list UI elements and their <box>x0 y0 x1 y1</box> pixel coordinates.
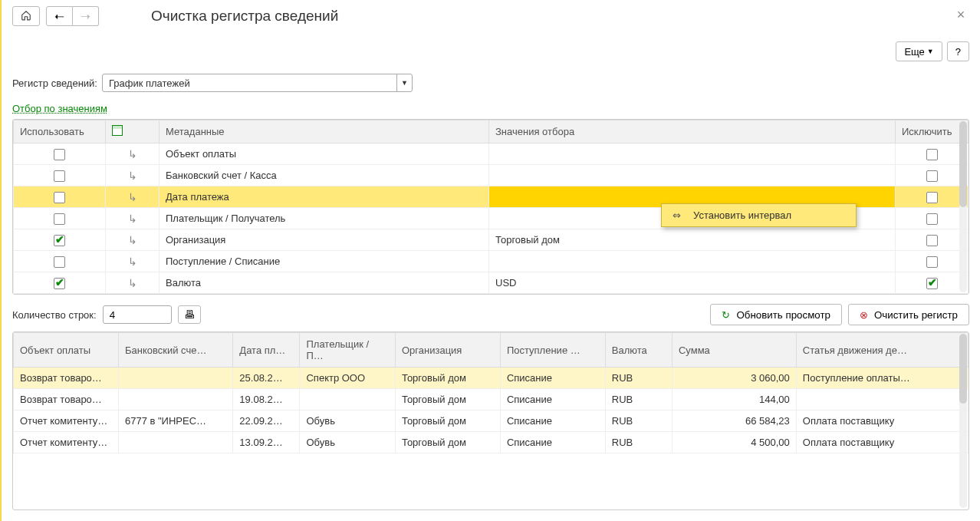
filter-by-values-link[interactable]: Отбор по значениям <box>12 103 969 114</box>
preview-cell: Списание <box>500 389 605 411</box>
preview-cell: 66 584,23 <box>672 411 796 432</box>
preview-cell: Отчет комитенту… <box>14 432 119 453</box>
col-meta[interactable]: Метаданные <box>159 120 489 143</box>
chevron-down-icon[interactable]: ▼ <box>396 74 412 91</box>
more-button[interactable]: Еще ▼ <box>896 41 942 61</box>
exclude-checkbox[interactable] <box>926 256 938 268</box>
tree-icon: ↳ <box>128 277 137 289</box>
preview-cell: Поступление оплаты… <box>796 368 968 389</box>
more-label: Еще <box>904 46 924 58</box>
filter-row[interactable]: ↳ВалютаUSD <box>14 272 968 294</box>
preview-cell: Оплата поставщику <box>796 411 968 432</box>
meta-cell: Валюта <box>159 272 489 294</box>
forward-button[interactable]: 🠒 <box>73 6 99 26</box>
exclude-checkbox[interactable] <box>926 149 938 160</box>
clear-register-button[interactable]: ⊗ Очистить регистр <box>848 304 969 325</box>
exclude-checkbox[interactable] <box>926 213 938 225</box>
print-button[interactable]: 🖶 <box>178 305 201 324</box>
refresh-icon: ↻ <box>722 309 730 321</box>
value-cell[interactable] <box>489 165 896 186</box>
filter-row[interactable]: ↳Поступление / Списание <box>14 251 968 272</box>
exclude-checkbox[interactable] <box>926 278 938 289</box>
use-checkbox[interactable] <box>54 213 65 225</box>
preview-cell: 25.08.2… <box>233 368 300 389</box>
preview-cell: Возврат товаро… <box>14 389 119 411</box>
preview-row[interactable]: Отчет комитенту…13.09.2…ОбувьТорговый до… <box>14 432 968 453</box>
col-use[interactable]: Использовать <box>14 120 106 143</box>
help-button[interactable]: ? <box>947 41 969 61</box>
use-checkbox[interactable] <box>54 149 65 160</box>
preview-col[interactable]: Банковский сче… <box>118 333 232 368</box>
preview-col[interactable]: Плательщик / П… <box>300 333 396 368</box>
table-icon <box>112 125 123 136</box>
filter-scrollbar[interactable] <box>959 121 967 292</box>
preview-cell: Торговый дом <box>395 389 500 411</box>
preview-cell: 144,00 <box>672 389 796 411</box>
page-title: Очистка регистра сведений <box>151 8 969 25</box>
home-button[interactable] <box>12 6 40 26</box>
filter-row[interactable]: ↳Банковский счет / Касса <box>14 165 968 186</box>
col-excl[interactable]: Исключить <box>896 120 968 143</box>
caret-down-icon: ▼ <box>927 48 934 55</box>
preview-col[interactable]: Валюта <box>605 333 672 368</box>
preview-cell: RUB <box>605 368 672 389</box>
preview-col[interactable]: Организация <box>395 333 500 368</box>
preview-col[interactable]: Статья движения де… <box>796 333 968 368</box>
register-label: Регистр сведений: <box>12 77 97 89</box>
tree-icon: ↳ <box>128 234 137 246</box>
preview-scrollbar[interactable] <box>959 334 967 508</box>
preview-row[interactable]: Возврат товаро…25.08.2…Спектр ОООТорговы… <box>14 368 968 389</box>
preview-cell: Списание <box>500 411 605 432</box>
tree-icon: ↳ <box>128 170 137 182</box>
row-count-input[interactable] <box>103 305 172 324</box>
preview-cell: 4 500,00 <box>672 432 796 453</box>
preview-col[interactable]: Сумма <box>672 333 796 368</box>
refresh-preview-button[interactable]: ↻ Обновить просмотр <box>710 304 842 325</box>
value-cell[interactable]: USD <box>489 272 896 294</box>
interval-icon: ⇔ <box>673 209 681 221</box>
preview-cell <box>796 389 968 411</box>
close-button[interactable]: × <box>952 6 969 23</box>
use-checkbox[interactable] <box>54 235 65 246</box>
help-label: ? <box>955 46 961 58</box>
preview-cell: 3 060,00 <box>672 368 796 389</box>
preview-row[interactable]: Возврат товаро…19.08.2…Торговый домСписа… <box>14 389 968 411</box>
preview-cell <box>118 432 232 453</box>
preview-col[interactable]: Поступление … <box>500 333 605 368</box>
meta-cell: Поступление / Списание <box>159 251 489 272</box>
exclude-checkbox[interactable] <box>926 192 938 203</box>
value-cell[interactable]: Торговый дом <box>489 229 896 251</box>
arrow-right-icon: 🠒 <box>81 11 90 22</box>
preview-cell: Торговый дом <box>395 432 500 453</box>
col-values[interactable]: Значения отбора <box>489 120 896 143</box>
preview-row[interactable]: Отчет комитенту…6777 в "ИНРЕС…22.09.2…Об… <box>14 411 968 432</box>
use-checkbox[interactable] <box>54 170 65 182</box>
context-set-interval[interactable]: ⇔ Установить интервал <box>662 204 856 226</box>
value-cell[interactable] <box>489 251 896 272</box>
use-checkbox[interactable] <box>54 192 65 203</box>
preview-cell: 22.09.2… <box>233 411 300 432</box>
col-icon[interactable] <box>106 120 159 143</box>
tree-icon: ↳ <box>128 213 137 225</box>
exclude-checkbox[interactable] <box>926 170 938 182</box>
use-checkbox[interactable] <box>54 278 65 289</box>
back-button[interactable]: 🠐 <box>46 6 73 26</box>
tree-icon: ↳ <box>128 191 137 203</box>
refresh-label: Обновить просмотр <box>736 309 830 321</box>
preview-cell: Отчет комитенту… <box>14 411 119 432</box>
preview-col[interactable]: Объект оплаты <box>14 333 119 368</box>
preview-cell: Обувь <box>300 432 396 453</box>
filter-row[interactable]: ↳Объект оплаты <box>14 143 968 165</box>
preview-col[interactable]: Дата пл… <box>233 333 300 368</box>
clear-icon: ⊗ <box>860 309 868 321</box>
preview-cell: 19.08.2… <box>233 389 300 411</box>
meta-cell: Организация <box>159 229 489 251</box>
filter-row[interactable]: ↳ОрганизацияТорговый дом <box>14 229 968 251</box>
exclude-checkbox[interactable] <box>926 235 938 246</box>
preview-table-wrap: Объект оплатыБанковский сче…Дата пл…Плат… <box>12 331 969 510</box>
use-checkbox[interactable] <box>54 256 65 268</box>
register-select[interactable]: График платежей ▼ <box>102 74 413 92</box>
home-icon <box>21 10 31 23</box>
preview-cell: Торговый дом <box>395 368 500 389</box>
value-cell[interactable] <box>489 143 896 165</box>
